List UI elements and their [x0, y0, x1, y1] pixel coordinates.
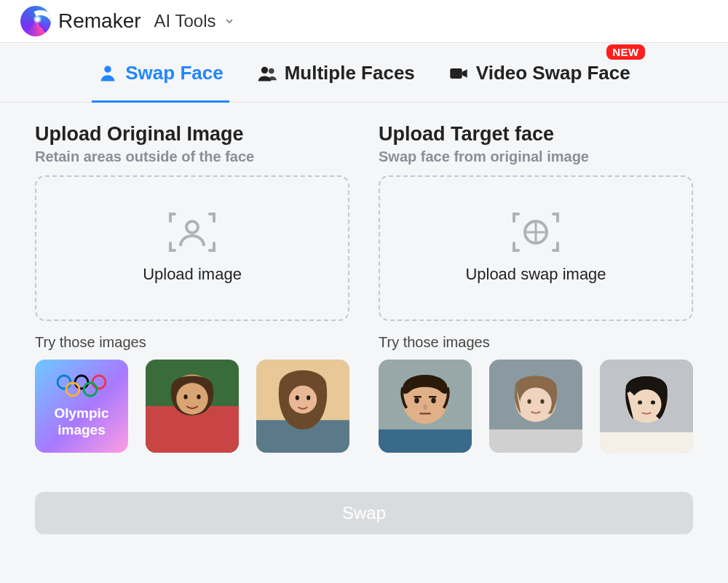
tab-video-swap-face[interactable]: Video Swap Face NEW	[443, 43, 636, 102]
svg-point-30	[423, 404, 427, 410]
svg-point-4	[186, 221, 198, 233]
upload-face-scan-icon	[169, 213, 215, 252]
svg-point-34	[520, 387, 552, 419]
thumb-olympic-images[interactable]: Olympic images	[35, 360, 128, 453]
svg-point-29	[431, 397, 435, 403]
svg-point-8	[66, 383, 79, 396]
svg-point-1	[261, 66, 267, 73]
svg-point-5	[58, 376, 71, 389]
svg-point-28	[414, 397, 419, 403]
thumb-sample-1[interactable]	[146, 360, 239, 453]
tabs: Swap Face Multiple Faces Video Swap Face…	[0, 43, 728, 103]
tab-swap-face[interactable]: Swap Face	[92, 43, 229, 102]
svg-point-7	[92, 376, 106, 389]
content: Upload Original Image Retain areas outsi…	[0, 103, 728, 463]
thumb-face-2[interactable]	[489, 360, 582, 453]
svg-point-0	[105, 66, 111, 72]
tab-multiple-faces[interactable]: Multiple Faces	[251, 43, 421, 102]
svg-rect-38	[600, 432, 693, 453]
svg-point-42	[651, 400, 655, 404]
panel-title: Upload Original Image	[35, 123, 349, 146]
brand-logo[interactable]: Remaker	[20, 6, 141, 36]
upload-face-grid-icon	[513, 213, 559, 252]
try-images-label: Try those images	[35, 334, 349, 351]
people-icon	[257, 63, 277, 84]
chevron-down-icon	[223, 15, 235, 27]
ai-tools-label: AI Tools	[154, 11, 216, 31]
panel-subtitle: Swap face from original image	[379, 148, 693, 165]
svg-point-40	[632, 389, 662, 419]
target-thumbs	[379, 360, 693, 453]
original-thumbs: Olympic images	[35, 360, 349, 453]
thumb-face-1[interactable]	[379, 360, 472, 453]
dropzone-text: Upload swap image	[465, 265, 606, 284]
target-dropzone[interactable]: Upload swap image	[379, 175, 693, 321]
thumb-face-3[interactable]	[600, 360, 693, 453]
svg-point-41	[638, 400, 642, 404]
panel-subtitle: Retain areas outside of the face	[35, 148, 349, 165]
brand-text: Remaker	[58, 9, 141, 33]
ai-tools-dropdown[interactable]: AI Tools	[154, 11, 235, 31]
header: Remaker AI Tools	[0, 0, 728, 43]
svg-point-2	[269, 68, 274, 73]
try-images-label: Try those images	[379, 334, 693, 351]
svg-point-14	[183, 394, 187, 399]
tab-label: Video Swap Face	[476, 62, 630, 84]
thumb-sample-2[interactable]	[256, 360, 349, 453]
swap-button-label: Swap	[342, 503, 386, 523]
svg-rect-32	[489, 429, 582, 453]
svg-point-35	[527, 399, 531, 403]
olympic-rings-icon	[55, 373, 108, 400]
video-icon	[448, 63, 469, 84]
panel-title: Upload Target face	[379, 123, 693, 146]
svg-point-13	[176, 383, 208, 415]
svg-point-20	[296, 395, 299, 400]
svg-point-21	[306, 395, 310, 400]
target-face-panel: Upload Target face Swap face from origin…	[379, 123, 693, 453]
svg-point-9	[84, 383, 97, 396]
svg-point-6	[75, 376, 88, 389]
tab-label: Swap Face	[125, 62, 223, 84]
new-badge: NEW	[606, 44, 645, 60]
svg-point-36	[540, 399, 544, 403]
swap-button[interactable]: Swap	[35, 492, 693, 534]
svg-point-15	[197, 394, 200, 399]
logo-icon	[20, 6, 51, 36]
svg-rect-26	[379, 429, 472, 453]
tab-label: Multiple Faces	[285, 62, 415, 84]
original-dropzone[interactable]: Upload image	[35, 175, 349, 321]
original-image-panel: Upload Original Image Retain areas outsi…	[35, 123, 349, 453]
person-icon	[98, 63, 118, 84]
dropzone-text: Upload image	[143, 265, 242, 284]
thumb-label: Olympic images	[35, 405, 128, 439]
svg-rect-3	[450, 68, 462, 79]
